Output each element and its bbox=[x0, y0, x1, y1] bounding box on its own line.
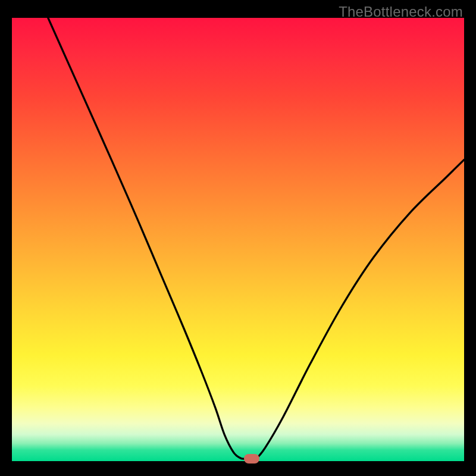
optimal-point-marker bbox=[244, 454, 259, 464]
curve-layer bbox=[12, 18, 464, 461]
chart-frame bbox=[12, 18, 464, 470]
left-branch-curve bbox=[48, 18, 245, 459]
right-branch-curve bbox=[256, 159, 464, 459]
